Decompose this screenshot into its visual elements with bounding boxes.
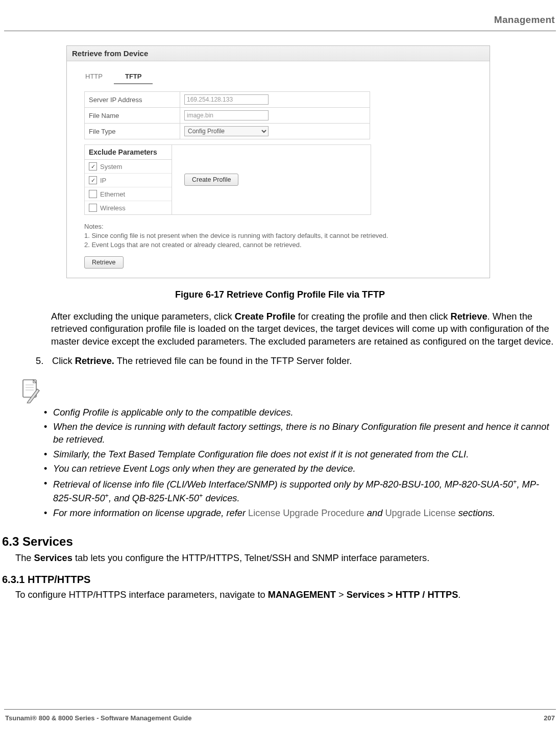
tab-bar: HTTP TFTP: [74, 69, 482, 84]
step-5: 5.Click Retrieve. The retrieved file can…: [36, 355, 555, 367]
exclude-row-ethernet[interactable]: Ethernet: [85, 187, 172, 201]
retrieve-button[interactable]: Retrieve: [84, 256, 124, 269]
exclude-row-ip[interactable]: ✓ IP: [85, 174, 172, 187]
exclude-label: System: [100, 163, 122, 171]
note-2: 2. Event Logs that are not created or al…: [84, 240, 482, 250]
server-ip-label: Server IP Address: [85, 92, 180, 108]
tab-http[interactable]: HTTP: [74, 69, 114, 84]
header-rule: [4, 31, 556, 31]
exclude-label: Wireless: [100, 204, 126, 212]
file-name-input[interactable]: [184, 110, 269, 120]
paragraph-http-https: To configure HTTP/HTTPS interface parame…: [15, 589, 555, 601]
exclude-row-wireless[interactable]: Wireless: [85, 201, 172, 214]
paragraph-after-figure: After excluding the unique parameters, c…: [51, 310, 555, 348]
heading-services: 6.3 Services: [2, 534, 560, 549]
page-number: 207: [544, 714, 555, 722]
screenshot-notes: Notes: 1. Since config file is not prese…: [84, 222, 482, 250]
file-name-label: File Name: [85, 108, 180, 124]
exclude-label: IP: [100, 177, 106, 184]
figure-caption: Figure 6-17 Retrieve Config Profile File…: [0, 289, 560, 300]
server-ip-input[interactable]: [184, 94, 269, 105]
page-footer: Tsunami® 800 & 8000 Series - Software Ma…: [0, 714, 560, 722]
exclude-title: Exclude Parameters: [85, 145, 172, 160]
file-type-label: File Type: [85, 124, 180, 139]
heading-http-https: 6.3.1 HTTP/HTTPS: [2, 574, 560, 586]
file-type-select[interactable]: Config Profile: [184, 126, 269, 136]
note-icon: [20, 379, 42, 403]
footer-title: Tsunami® 800 & 8000 Series - Software Ma…: [5, 714, 192, 722]
checkbox-icon[interactable]: [89, 204, 97, 212]
checkbox-icon[interactable]: ✓: [89, 176, 97, 184]
exclude-label: Ethernet: [100, 190, 125, 198]
tab-tftp[interactable]: TFTP: [114, 69, 153, 84]
note-1: 1. Since config file is not present when…: [84, 231, 482, 240]
link-upgrade-license[interactable]: Upgrade License: [385, 507, 455, 518]
link-license-upgrade-procedure[interactable]: License Upgrade Procedure: [248, 507, 364, 518]
notes-list: •Config Profile is applicable only to th…: [44, 406, 555, 520]
footer-rule: [4, 709, 556, 710]
page-header-section: Management: [0, 14, 560, 26]
tftp-form-table: Server IP Address File Name File Type Co…: [84, 91, 370, 139]
exclude-parameters-box: Exclude Parameters ✓ System ✓ IP Etherne…: [84, 144, 371, 215]
checkbox-icon[interactable]: ✓: [89, 162, 97, 171]
create-profile-button[interactable]: Create Profile: [184, 174, 238, 186]
screenshot-panel: Retrieve from Device HTTP TFTP Server IP…: [66, 45, 490, 278]
panel-title: Retrieve from Device: [67, 46, 490, 61]
paragraph-services: The Services tab lets you configure the …: [15, 552, 555, 565]
exclude-row-system[interactable]: ✓ System: [85, 160, 172, 174]
checkbox-icon[interactable]: [89, 190, 97, 198]
notes-label: Notes:: [84, 222, 482, 231]
